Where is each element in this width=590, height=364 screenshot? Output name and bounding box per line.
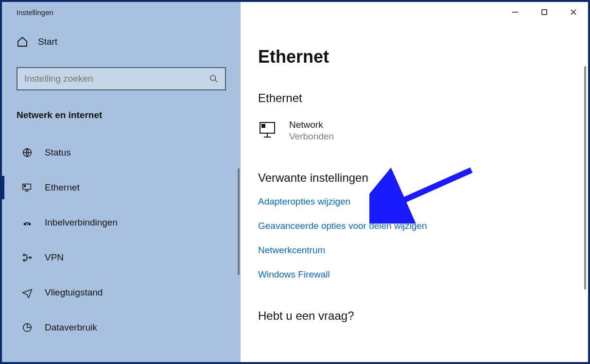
related-settings-title: Verwante instellingen: [258, 171, 569, 185]
datausage-icon: [21, 322, 33, 333]
svg-rect-1: [542, 10, 547, 15]
home-label: Start: [38, 36, 57, 47]
close-icon: [570, 9, 577, 16]
section-title: Ethernet: [258, 91, 569, 105]
link-adapter-options[interactable]: Adapteropties wijzigen: [258, 196, 350, 207]
search-icon: [209, 74, 218, 83]
svg-point-14: [23, 254, 25, 256]
connection-status: Verbonden: [289, 131, 334, 142]
nav-list: Status Ethernet Inbelverbindingen: [17, 135, 226, 345]
sidebar-item-vpn[interactable]: VPN: [17, 240, 226, 275]
related-links: Adapteropties wijzigen Geavanceerde opti…: [258, 196, 569, 280]
window-controls: [501, 2, 588, 22]
network-monitor-icon: [258, 120, 278, 139]
airplane-icon: [21, 287, 33, 298]
sidebar-item-label: Vliegtuigstand: [45, 287, 103, 298]
link-windows-firewall[interactable]: Windows Firewall: [258, 269, 330, 280]
link-network-center[interactable]: Netwerkcentrum: [258, 245, 325, 256]
home-button[interactable]: Start: [17, 36, 226, 48]
vpn-icon: [21, 252, 33, 263]
connection-name: Network: [289, 120, 334, 130]
ethernet-icon: [21, 182, 33, 193]
minimize-icon: [512, 9, 519, 16]
main-content: Ethernet Ethernet Network Verbonden Verw…: [241, 22, 588, 362]
sidebar-item-status[interactable]: Status: [17, 135, 226, 170]
sidebar-item-label: Dataverbruik: [45, 322, 97, 333]
globe-icon: [21, 147, 33, 158]
sidebar-item-airplane[interactable]: Vliegtuigstand: [17, 275, 226, 310]
close-button[interactable]: [559, 2, 588, 22]
main-scrollbar[interactable]: [584, 66, 586, 290]
question-title: Hebt u een vraag?: [258, 309, 569, 323]
page-title: Ethernet: [258, 47, 569, 67]
titlebar: Instellingen: [2, 2, 588, 22]
sidebar-item-dialup[interactable]: Inbelverbindingen: [17, 205, 226, 240]
svg-line-5: [215, 80, 218, 83]
home-icon: [17, 36, 28, 48]
search-input[interactable]: [24, 73, 209, 84]
minimize-button[interactable]: [501, 2, 530, 22]
sidebar: Start Netwerk en internet Status: [2, 22, 241, 362]
sidebar-item-label: Ethernet: [45, 182, 80, 193]
category-title: Netwerk en internet: [17, 110, 226, 121]
svg-point-12: [29, 224, 30, 225]
svg-point-15: [23, 260, 25, 261]
sidebar-item-label: Inbelverbindingen: [45, 217, 118, 228]
svg-rect-8: [24, 185, 26, 187]
maximize-button[interactable]: [530, 2, 559, 22]
svg-rect-19: [262, 124, 265, 127]
search-box[interactable]: [17, 67, 226, 90]
svg-point-4: [210, 75, 216, 81]
maximize-icon: [541, 9, 548, 16]
sidebar-item-datausage[interactable]: Dataverbruik: [17, 310, 226, 345]
sidebar-item-label: Status: [45, 147, 71, 158]
sidebar-item-ethernet[interactable]: Ethernet: [17, 170, 226, 205]
sidebar-item-label: VPN: [45, 252, 64, 263]
window-title: Instellingen: [2, 2, 241, 22]
connection-item[interactable]: Network Verbonden: [258, 120, 569, 142]
dialup-icon: [21, 217, 33, 228]
link-advanced-sharing[interactable]: Geavanceerde opties voor delen wijzigen: [258, 221, 427, 231]
svg-point-11: [24, 224, 26, 225]
sidebar-scrollbar[interactable]: [238, 168, 240, 275]
svg-point-16: [30, 257, 32, 259]
